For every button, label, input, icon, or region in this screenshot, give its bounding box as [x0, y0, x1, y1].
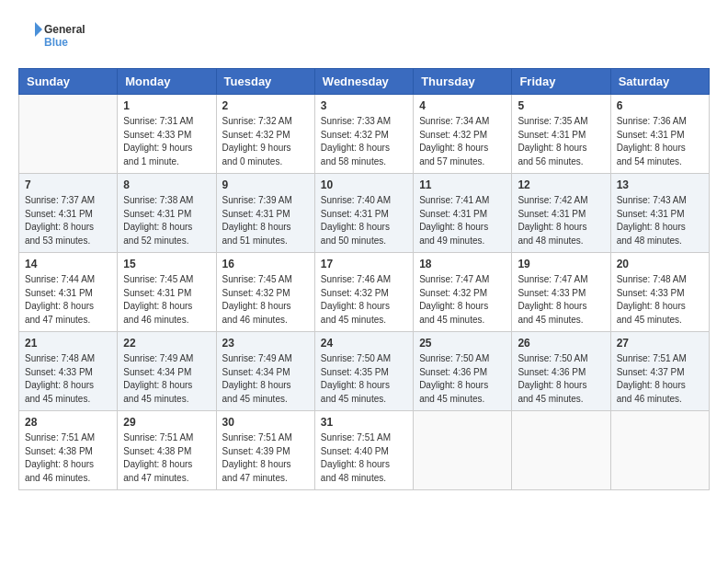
day-info: Sunrise: 7:41 AMSunset: 4:31 PMDaylight:… [419, 194, 506, 247]
day-cell-8: 8Sunrise: 7:38 AMSunset: 4:31 PMDaylight… [118, 174, 216, 253]
weekday-header-sunday: Sunday [19, 69, 118, 95]
day-number: 15 [123, 258, 210, 270]
day-info: Sunrise: 7:35 AMSunset: 4:31 PMDaylight:… [518, 115, 604, 168]
day-cell-24: 24Sunrise: 7:50 AMSunset: 4:35 PMDayligh… [314, 332, 413, 411]
day-number: 14 [25, 258, 111, 270]
day-info: Sunrise: 7:51 AMSunset: 4:39 PMDaylight:… [222, 431, 309, 485]
week-row-2: 7Sunrise: 7:37 AMSunset: 4:31 PMDaylight… [19, 174, 710, 253]
day-cell-23: 23Sunrise: 7:49 AMSunset: 4:34 PMDayligh… [216, 332, 314, 411]
empty-cell [610, 411, 709, 490]
day-info: Sunrise: 7:39 AMSunset: 4:31 PMDaylight:… [222, 194, 309, 247]
weekday-header-thursday: Thursday [414, 69, 512, 95]
day-cell-29: 29Sunrise: 7:51 AMSunset: 4:38 PMDayligh… [118, 411, 216, 490]
day-info: Sunrise: 7:47 AMSunset: 4:33 PMDaylight:… [518, 273, 604, 327]
day-number: 4 [419, 99, 506, 112]
day-cell-30: 30Sunrise: 7:51 AMSunset: 4:39 PMDayligh… [216, 411, 314, 490]
day-cell-31: 31Sunrise: 7:51 AMSunset: 4:40 PMDayligh… [314, 411, 413, 490]
day-number: 21 [25, 337, 111, 350]
day-number: 27 [617, 337, 703, 350]
day-number: 28 [25, 416, 111, 429]
day-cell-22: 22Sunrise: 7:49 AMSunset: 4:34 PMDayligh… [118, 332, 216, 411]
day-cell-27: 27Sunrise: 7:51 AMSunset: 4:37 PMDayligh… [610, 332, 709, 411]
day-number: 2 [222, 99, 309, 112]
day-cell-2: 2Sunrise: 7:32 AMSunset: 4:32 PMDaylight… [216, 95, 314, 174]
day-info: Sunrise: 7:50 AMSunset: 4:36 PMDaylight:… [419, 352, 506, 406]
day-info: Sunrise: 7:31 AMSunset: 4:33 PMDaylight:… [123, 115, 210, 168]
day-cell-21: 21Sunrise: 7:48 AMSunset: 4:33 PMDayligh… [19, 332, 118, 411]
day-number: 31 [321, 416, 407, 429]
day-info: Sunrise: 7:42 AMSunset: 4:31 PMDaylight:… [518, 194, 604, 247]
day-info: Sunrise: 7:51 AMSunset: 4:38 PMDaylight:… [25, 431, 111, 485]
day-number: 17 [321, 258, 407, 270]
week-row-4: 21Sunrise: 7:48 AMSunset: 4:33 PMDayligh… [19, 332, 710, 411]
day-info: Sunrise: 7:43 AMSunset: 4:31 PMDaylight:… [617, 194, 703, 247]
day-info: Sunrise: 7:45 AMSunset: 4:32 PMDaylight:… [222, 273, 309, 327]
day-cell-25: 25Sunrise: 7:50 AMSunset: 4:36 PMDayligh… [414, 332, 512, 411]
day-info: Sunrise: 7:36 AMSunset: 4:31 PMDaylight:… [617, 115, 703, 168]
day-info: Sunrise: 7:50 AMSunset: 4:36 PMDaylight:… [518, 352, 604, 406]
day-number: 5 [518, 99, 604, 112]
weekday-header-tuesday: Tuesday [216, 69, 314, 95]
weekday-header-wednesday: Wednesday [314, 69, 413, 95]
day-number: 24 [321, 337, 407, 350]
day-cell-16: 16Sunrise: 7:45 AMSunset: 4:32 PMDayligh… [216, 253, 314, 332]
weekday-header-row: SundayMondayTuesdayWednesdayThursdayFrid… [19, 69, 710, 95]
day-cell-28: 28Sunrise: 7:51 AMSunset: 4:38 PMDayligh… [19, 411, 118, 490]
day-number: 26 [518, 337, 604, 350]
day-number: 29 [123, 416, 210, 429]
day-number: 13 [617, 178, 703, 191]
day-cell-20: 20Sunrise: 7:48 AMSunset: 4:33 PMDayligh… [610, 253, 709, 332]
day-number: 16 [222, 258, 309, 270]
page-header: General Blue [18, 18, 710, 53]
day-number: 20 [617, 258, 703, 270]
day-number: 25 [419, 337, 506, 350]
day-cell-15: 15Sunrise: 7:45 AMSunset: 4:31 PMDayligh… [118, 253, 216, 332]
day-cell-5: 5Sunrise: 7:35 AMSunset: 4:31 PMDaylight… [512, 95, 610, 174]
day-cell-3: 3Sunrise: 7:33 AMSunset: 4:32 PMDaylight… [314, 95, 413, 174]
day-number: 18 [419, 258, 506, 270]
day-info: Sunrise: 7:51 AMSunset: 4:37 PMDaylight:… [617, 352, 703, 406]
day-number: 3 [321, 99, 407, 112]
day-number: 19 [518, 258, 604, 270]
day-info: Sunrise: 7:51 AMSunset: 4:38 PMDaylight:… [123, 431, 210, 485]
weekday-header-friday: Friday [512, 69, 610, 95]
calendar-table: SundayMondayTuesdayWednesdayThursdayFrid… [18, 68, 710, 490]
week-row-1: 1Sunrise: 7:31 AMSunset: 4:33 PMDaylight… [19, 95, 710, 174]
day-info: Sunrise: 7:48 AMSunset: 4:33 PMDaylight:… [25, 352, 111, 406]
day-info: Sunrise: 7:33 AMSunset: 4:32 PMDaylight:… [321, 115, 407, 168]
day-cell-10: 10Sunrise: 7:40 AMSunset: 4:31 PMDayligh… [314, 174, 413, 253]
day-number: 11 [419, 178, 506, 191]
day-number: 12 [518, 178, 604, 191]
logo: General Blue [18, 18, 101, 53]
day-number: 22 [123, 337, 210, 350]
day-cell-26: 26Sunrise: 7:50 AMSunset: 4:36 PMDayligh… [512, 332, 610, 411]
day-cell-14: 14Sunrise: 7:44 AMSunset: 4:31 PMDayligh… [19, 253, 118, 332]
day-number: 6 [617, 99, 703, 112]
day-cell-11: 11Sunrise: 7:41 AMSunset: 4:31 PMDayligh… [414, 174, 512, 253]
day-info: Sunrise: 7:49 AMSunset: 4:34 PMDaylight:… [222, 352, 309, 406]
day-info: Sunrise: 7:38 AMSunset: 4:31 PMDaylight:… [123, 194, 210, 247]
svg-text:Blue: Blue [44, 36, 68, 49]
day-cell-6: 6Sunrise: 7:36 AMSunset: 4:31 PMDaylight… [610, 95, 709, 174]
day-cell-7: 7Sunrise: 7:37 AMSunset: 4:31 PMDaylight… [19, 174, 118, 253]
day-info: Sunrise: 7:50 AMSunset: 4:35 PMDaylight:… [321, 352, 407, 406]
day-number: 9 [222, 178, 309, 191]
weekday-header-monday: Monday [118, 69, 216, 95]
week-row-5: 28Sunrise: 7:51 AMSunset: 4:38 PMDayligh… [19, 411, 710, 490]
day-info: Sunrise: 7:40 AMSunset: 4:31 PMDaylight:… [321, 194, 407, 247]
day-number: 10 [321, 178, 407, 191]
day-number: 1 [123, 99, 210, 112]
empty-cell [414, 411, 512, 490]
day-info: Sunrise: 7:37 AMSunset: 4:31 PMDaylight:… [25, 194, 111, 247]
day-info: Sunrise: 7:51 AMSunset: 4:40 PMDaylight:… [321, 431, 407, 485]
day-number: 23 [222, 337, 309, 350]
day-info: Sunrise: 7:48 AMSunset: 4:33 PMDaylight:… [617, 273, 703, 327]
day-cell-4: 4Sunrise: 7:34 AMSunset: 4:32 PMDaylight… [414, 95, 512, 174]
day-cell-19: 19Sunrise: 7:47 AMSunset: 4:33 PMDayligh… [512, 253, 610, 332]
day-info: Sunrise: 7:44 AMSunset: 4:31 PMDaylight:… [25, 273, 111, 327]
day-info: Sunrise: 7:47 AMSunset: 4:32 PMDaylight:… [419, 273, 506, 327]
logo-svg: General Blue [18, 18, 101, 53]
day-cell-13: 13Sunrise: 7:43 AMSunset: 4:31 PMDayligh… [610, 174, 709, 253]
week-row-3: 14Sunrise: 7:44 AMSunset: 4:31 PMDayligh… [19, 253, 710, 332]
day-cell-18: 18Sunrise: 7:47 AMSunset: 4:32 PMDayligh… [414, 253, 512, 332]
